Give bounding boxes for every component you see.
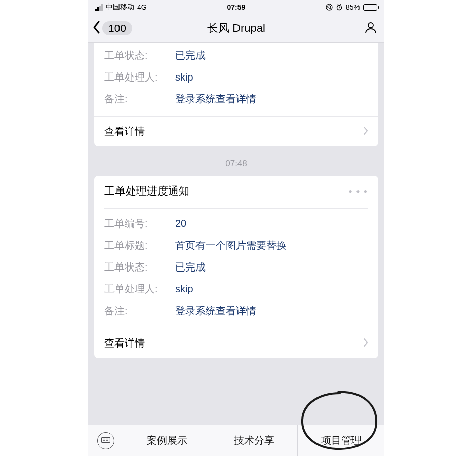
- row-label: 工单编号:: [104, 217, 175, 231]
- bottom-menu-bar: 案例展示 技术分享 项目管理: [88, 425, 384, 456]
- view-details-button[interactable]: 查看详情: [94, 116, 378, 146]
- card-row: 工单处理人: skip: [104, 66, 368, 88]
- svg-point-8: [103, 440, 104, 441]
- row-value: skip: [175, 283, 193, 295]
- row-value: 登录系统查看详情: [175, 304, 256, 318]
- status-bar: 中国移动 4G 07:59 85%: [88, 0, 384, 14]
- row-label: 工单状态:: [104, 260, 175, 274]
- notification-card: 工单处理进度通知 ● ● ● 工单编号: 20 工单标题: 首页有一个图片需要替…: [94, 176, 378, 358]
- keyboard-icon: [97, 432, 114, 449]
- menu-tab-tech-share[interactable]: 技术分享: [211, 425, 298, 456]
- menu-tab-cases[interactable]: 案例展示: [124, 425, 211, 456]
- svg-point-10: [106, 440, 107, 441]
- more-icon[interactable]: ● ● ●: [349, 187, 368, 195]
- row-value: skip: [175, 71, 193, 83]
- alarm-icon: [336, 4, 343, 11]
- row-value: 20: [175, 218, 186, 230]
- row-label: 工单标题:: [104, 239, 175, 252]
- menu-tab-label: 项目管理: [321, 434, 362, 447]
- card-title: 工单处理进度通知: [104, 184, 189, 198]
- row-value: 首页有一个图片需要替换: [175, 239, 287, 252]
- chevron-right-icon: [363, 338, 368, 349]
- profile-icon[interactable]: [364, 21, 377, 36]
- row-value: 已完成: [175, 260, 206, 274]
- network-label: 4G: [137, 3, 147, 11]
- chevron-left-icon: [92, 20, 101, 37]
- notification-card: 工单状态: 已完成 工单处理人: skip 备注: 登录系统查看详情 查看详情: [94, 43, 378, 146]
- carrier-label: 中国移动: [106, 3, 134, 12]
- svg-rect-3: [102, 437, 110, 442]
- row-label: 工单处理人:: [104, 70, 175, 84]
- card-row: 备注: 登录系统查看详情: [104, 88, 368, 110]
- row-value: 已完成: [175, 49, 206, 62]
- card-row: 工单状态: 已完成: [104, 256, 368, 278]
- card-row: 工单编号: 20: [104, 213, 368, 235]
- page-title: 长风 Drupal: [88, 21, 384, 36]
- svg-point-7: [107, 438, 108, 439]
- message-timestamp: 07:48: [94, 154, 378, 176]
- svg-point-9: [104, 440, 105, 441]
- row-label: 工单状态:: [104, 49, 175, 62]
- view-details-label: 查看详情: [104, 125, 145, 138]
- row-value: 登录系统查看详情: [175, 92, 256, 106]
- svg-point-6: [106, 438, 107, 439]
- svg-point-0: [326, 4, 332, 10]
- svg-point-5: [104, 438, 105, 439]
- menu-tab-label: 案例展示: [147, 434, 187, 447]
- phone-frame: 中国移动 4G 07:59 85%: [88, 0, 384, 456]
- status-left: 中国移动 4G: [95, 3, 147, 12]
- card-header: 工单处理进度通知 ● ● ●: [94, 176, 378, 202]
- view-details-button[interactable]: 查看详情: [94, 328, 378, 358]
- view-details-label: 查看详情: [104, 336, 145, 350]
- card-row: 备注: 登录系统查看详情: [104, 300, 368, 322]
- chevron-right-icon: [363, 126, 368, 137]
- unread-count-pill: 100: [102, 21, 132, 35]
- card-row: 工单处理人: skip: [104, 278, 368, 300]
- menu-tab-label: 技术分享: [234, 434, 274, 447]
- status-right: 85%: [326, 3, 379, 11]
- svg-point-11: [107, 440, 108, 441]
- battery-percent: 85%: [346, 3, 360, 11]
- orientation-lock-icon: [326, 4, 333, 11]
- clock: 07:59: [227, 3, 245, 11]
- svg-point-4: [103, 438, 104, 439]
- row-label: 备注:: [104, 92, 175, 106]
- signal-strength-icon: [95, 4, 103, 11]
- card-row: 工单状态: 已完成: [104, 45, 368, 66]
- battery-icon: [363, 4, 379, 11]
- divider: [104, 208, 368, 209]
- keyboard-toggle-button[interactable]: [88, 425, 124, 456]
- nav-bar: 100 长风 Drupal: [88, 14, 384, 43]
- menu-tabs: 案例展示 技术分享 项目管理: [124, 425, 384, 456]
- svg-point-2: [368, 23, 373, 28]
- chat-body[interactable]: 工单状态: 已完成 工单处理人: skip 备注: 登录系统查看详情 查看详情: [88, 43, 384, 425]
- card-row: 工单标题: 首页有一个图片需要替换: [104, 235, 368, 256]
- back-button[interactable]: 100: [92, 20, 132, 37]
- menu-tab-project-mgmt[interactable]: 项目管理: [297, 425, 384, 456]
- row-label: 工单处理人:: [104, 282, 175, 296]
- row-label: 备注:: [104, 304, 175, 318]
